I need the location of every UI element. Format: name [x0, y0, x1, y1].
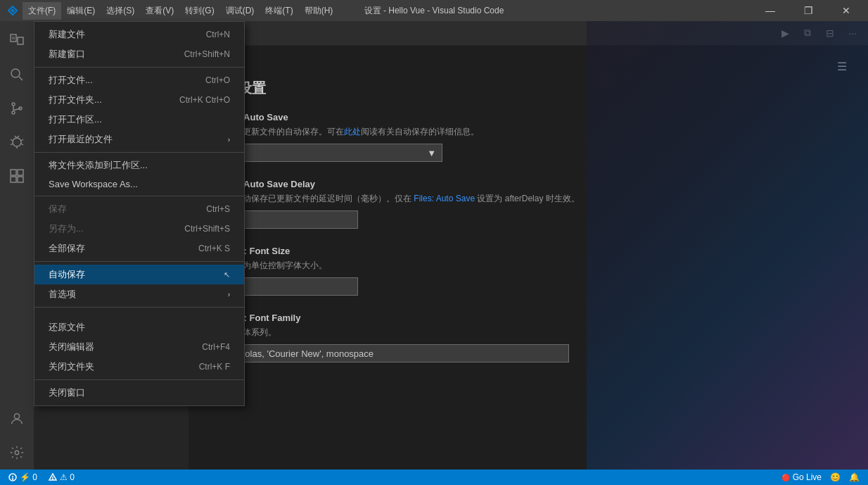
menu-revert-file[interactable] [34, 310, 244, 317]
menu-close-folder[interactable]: 关闭编辑器 Ctrl+F4 [34, 337, 244, 357]
menu-save-workspace-as[interactable]: Save Workspace As... [34, 175, 244, 193]
menu-auto-save[interactable]: 自动保存 ↖ [34, 265, 244, 284]
setting-font-size: Editor: Font Size 以像素为单位控制字体大小。 [210, 246, 847, 296]
setting-auto-save-delay-label: Files: Auto Save Delay [217, 179, 847, 189]
svg-rect-3 [18, 37, 23, 44]
menu-sep-2 [34, 152, 244, 153]
title-bar-left: 文件(F) 编辑(E) 选择(S) 查看(V) 转到(G) 调试(D) 终端(T… [6, 2, 338, 20]
activity-bar [0, 21, 34, 470]
menu-add-folder[interactable]: 将文件夹添加到工作区... [34, 156, 244, 175]
source-control-activity-icon[interactable] [0, 92, 34, 125]
menu-close-editor[interactable]: 还原文件 [34, 317, 244, 337]
svg-line-15 [15, 136, 17, 138]
run-button[interactable]: ▶ [775, 23, 795, 43]
menu-new-file[interactable]: 新建文件 Ctrl+N [34, 25, 244, 44]
debug-activity-icon[interactable] [0, 125, 34, 159]
select-menu-item[interactable]: 选择(S) [101, 2, 140, 20]
setting-font-family: Editor: Font Family 控制字体系列。 [210, 313, 847, 363]
close-button[interactable]: ✕ [830, 0, 862, 21]
svg-line-14 [21, 144, 23, 145]
goto-menu-item[interactable]: 转到(G) [179, 2, 219, 20]
menu-bar: 文件(F) 编辑(E) 选择(S) 查看(V) 转到(G) 调试(D) 终端(T… [23, 2, 338, 20]
file-dropdown-menu: 新建文件 Ctrl+N 新建窗口 Ctrl+Shift+N 打开文件... Ct… [34, 21, 245, 406]
menu-close-window[interactable]: 关闭文件夹 Ctrl+K F [34, 357, 244, 377]
svg-rect-21 [18, 177, 23, 182]
emoji-status[interactable]: 😊 [827, 472, 843, 482]
setting-auto-save-delay: Files: Auto Save Delay 控制自动保存已更新文件的延迟时间（… [210, 179, 847, 229]
menu-sep-6 [34, 379, 244, 380]
menu-preferences[interactable]: 首选项 › [34, 284, 244, 304]
menu-save-all[interactable]: 全部保存 Ctrl+K S [34, 239, 244, 258]
menu-open-file[interactable]: 打开文件... Ctrl+O [34, 70, 244, 90]
svg-point-29 [53, 479, 53, 480]
settings-section-title: 常用设置 [210, 79, 847, 98]
warning-count-text: ⚠ 0 [60, 472, 75, 482]
svg-point-26 [13, 479, 13, 479]
view-menu-item[interactable]: 查看(V) [140, 2, 179, 20]
status-bar: ⚡ 0 ⚠ 0 🔴 Go Live 😊 🔔 [0, 470, 868, 485]
menu-open-folder[interactable]: 打开文件夹... Ctrl+K Ctrl+O [34, 90, 244, 110]
menu-recent-files[interactable]: 打开最近的文件 › [34, 130, 244, 149]
auto-save-link[interactable]: 此处 [344, 127, 361, 137]
settings-options-button[interactable]: ☰ [837, 60, 847, 73]
setting-font-family-label: Editor: Font Family [217, 313, 847, 323]
split-editor-button[interactable]: ⧉ [798, 23, 817, 43]
svg-line-11 [11, 139, 13, 141]
svg-line-7 [19, 77, 23, 80]
warning-count-status[interactable]: ⚠ 0 [46, 472, 77, 482]
svg-point-22 [14, 414, 19, 419]
extensions-activity-icon[interactable] [0, 159, 34, 193]
edit-menu-item[interactable]: 编辑(E) [61, 2, 101, 20]
svg-marker-1 [11, 8, 15, 13]
menu-sep-5 [34, 307, 244, 308]
menu-save-as: 另存为... Ctrl+Shift+S [34, 219, 244, 239]
svg-point-23 [15, 451, 19, 455]
accounts-activity-icon[interactable] [0, 402, 34, 436]
menu-save: 保存 Ctrl+S [34, 199, 244, 219]
svg-point-6 [11, 69, 20, 77]
minimize-button[interactable]: — [754, 0, 786, 21]
tab-actions: ▶ ⧉ ⊟ ··· [775, 20, 868, 45]
setting-auto-save-desc: 控制已更新文件的自动保存。可在此处阅读有关自动保存的详细信息。 [217, 125, 847, 138]
notification-status[interactable]: 🔔 [846, 472, 862, 482]
svg-rect-20 [11, 177, 16, 182]
file-menu-item[interactable]: 文件(F) [23, 2, 61, 20]
menu-new-window[interactable]: 新建窗口 Ctrl+Shift+N [34, 44, 244, 64]
svg-line-16 [17, 136, 19, 138]
status-bar-right: 🔴 Go Live 😊 🔔 [779, 472, 862, 482]
maximize-button[interactable]: ❐ [792, 0, 824, 21]
menu-sep-4 [34, 261, 244, 262]
debug-menu-item[interactable]: 调试(D) [220, 2, 260, 20]
svg-point-9 [12, 111, 15, 114]
error-count-status[interactable]: ⚡ 0 [6, 472, 40, 482]
setting-auto-save: Files: Auto Save 控制已更新文件的自动保存。可在此处阅读有关自动… [210, 112, 847, 162]
menu-sep-1 [34, 67, 244, 68]
settings-top-actions: ☰ [210, 60, 847, 73]
explorer-activity-icon[interactable] [0, 24, 34, 58]
app-icon [6, 4, 20, 18]
svg-line-12 [21, 139, 23, 141]
auto-save-delay-link[interactable]: Files: Auto Save [414, 194, 475, 203]
go-live-text: Go Live [793, 472, 822, 482]
menu-exit[interactable]: 关闭窗口 [34, 383, 244, 403]
settings-main: ☰ 常用设置 Files: Auto Save 控制已更新文件的自动保存。可在此… [189, 46, 868, 470]
help-menu-item[interactable]: 帮助(H) [299, 2, 339, 20]
auto-save-select[interactable]: off ▼ [217, 144, 442, 162]
setting-font-size-desc: 以像素为单位控制字体大小。 [217, 259, 847, 272]
search-activity-icon[interactable] [0, 58, 34, 92]
svg-point-8 [12, 103, 15, 106]
window-title: 设置 - Hello Vue - Visual Studio Code [364, 5, 504, 17]
more-actions-button[interactable]: ··· [843, 23, 862, 43]
setting-auto-save-label: Files: Auto Save [217, 112, 847, 122]
terminal-menu-item[interactable]: 终端(T) [260, 2, 298, 20]
font-family-input[interactable] [217, 344, 569, 363]
settings-activity-icon[interactable] [0, 436, 34, 470]
title-bar: 文件(F) 编辑(E) 选择(S) 查看(V) 转到(G) 调试(D) 终端(T… [0, 0, 868, 21]
svg-rect-19 [18, 170, 23, 175]
status-bar-left: ⚡ 0 ⚠ 0 [6, 472, 77, 482]
setting-font-size-label: Editor: Font Size [217, 246, 847, 256]
go-live-status[interactable]: 🔴 Go Live [779, 472, 824, 482]
editor-layout-button[interactable]: ⊟ [820, 23, 840, 43]
menu-open-workspace[interactable]: 打开工作区... [34, 110, 244, 130]
setting-font-family-desc: 控制字体系列。 [217, 326, 847, 339]
